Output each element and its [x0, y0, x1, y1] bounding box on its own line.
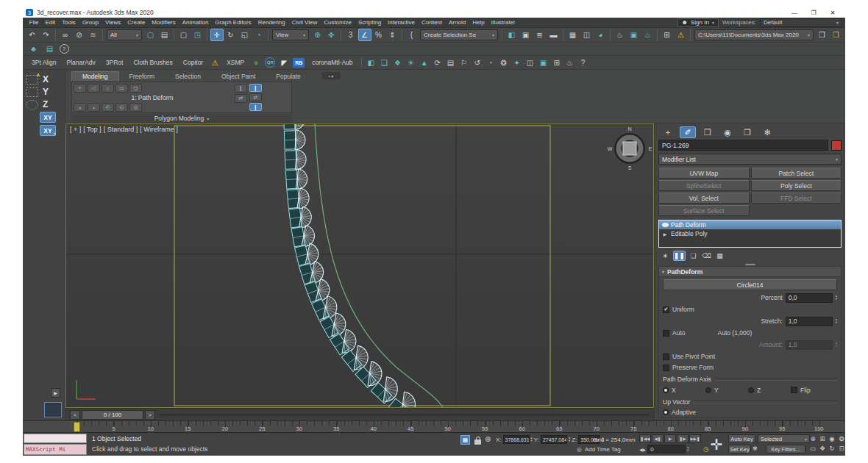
- script-button-3pt-align[interactable]: 3Pt Align: [27, 59, 61, 66]
- teapot2-icon[interactable]: ♨: [564, 57, 576, 68]
- redo-icon[interactable]: ↷: [40, 29, 53, 41]
- sign-in-button[interactable]: ☻ Sign In ▾: [677, 18, 719, 27]
- layout-thumbnail[interactable]: [44, 402, 62, 417]
- modifier-list-dropdown[interactable]: Modifier List ▾: [658, 154, 842, 165]
- close-button[interactable]: ✕: [823, 8, 842, 18]
- ribbon-tool-icon[interactable]: ❙: [235, 84, 247, 93]
- rollout-header[interactable]: ▾ PathDeform: [659, 267, 841, 277]
- x-coordinate-field[interactable]: 37868,631: [503, 435, 530, 444]
- preserve-form-checkbox[interactable]: [663, 365, 669, 371]
- axis-constraint-y[interactable]: Y: [43, 87, 49, 97]
- select-move-icon[interactable]: ✛: [210, 29, 224, 41]
- ribbon-tool-icon[interactable]: ◗: [88, 103, 100, 112]
- zoom-all-icon[interactable]: ⊞: [818, 434, 827, 443]
- spinner-arrows[interactable]: ▴▾: [836, 318, 837, 325]
- zoom-extents-icon[interactable]: ◉: [828, 434, 836, 443]
- select-object-icon[interactable]: ▢: [144, 29, 157, 41]
- make-unique-icon[interactable]: ❏: [688, 251, 699, 261]
- ref-coord-dropdown[interactable]: View▾: [272, 29, 309, 40]
- ribbon-tool-icon[interactable]: ◎: [129, 103, 142, 112]
- axis-constraint-x[interactable]: X: [43, 74, 49, 85]
- frame-display[interactable]: 0 / 100: [82, 410, 143, 420]
- ribbon-tool-icon[interactable]: ◴: [102, 103, 114, 112]
- viewport-menu-shading[interactable]: [ Wireframe ]: [140, 126, 178, 133]
- snap-grid-icon[interactable]: A: [26, 75, 38, 85]
- update-icon[interactable]: ⟳: [432, 57, 444, 68]
- compass-east[interactable]: E: [649, 146, 652, 151]
- percent-field[interactable]: 0,0: [786, 293, 833, 303]
- object-name-field[interactable]: PG-1.269: [658, 140, 828, 151]
- menu-interactive[interactable]: Interactive: [385, 19, 419, 26]
- visibility-eye-icon[interactable]: [659, 223, 671, 227]
- script-button-3prot[interactable]: 3PRot: [102, 59, 128, 66]
- ribbon-tool-icon[interactable]: ◵: [115, 103, 128, 112]
- named-selection-icon[interactable]: {: [405, 29, 419, 41]
- expand-arrow-icon[interactable]: ▶: [659, 232, 671, 237]
- axis-constraint-z[interactable]: Z: [43, 99, 48, 110]
- toggle-ribbon-icon[interactable]: ▬: [547, 29, 561, 41]
- menu-file[interactable]: File: [26, 19, 42, 26]
- use-pivot-icon[interactable]: ⊕: [311, 29, 324, 41]
- play-box-icon[interactable]: ▣: [538, 57, 549, 68]
- workspace-dropdown[interactable]: Default ▾: [760, 18, 842, 27]
- viewport-menu-pov[interactable]: [ Top ]: [83, 126, 101, 133]
- menu-tools[interactable]: Tools: [59, 19, 79, 26]
- curve-editor-icon[interactable]: ▦: [566, 29, 580, 41]
- material-editor-icon[interactable]: ◕: [594, 29, 608, 41]
- minimize-button[interactable]: —: [785, 8, 804, 18]
- current-frame-field[interactable]: 0: [647, 445, 686, 453]
- ribbon-tab-modeling[interactable]: Modeling: [71, 71, 119, 81]
- motion-tab[interactable]: ◉: [719, 126, 736, 138]
- modify-tab[interactable]: ✐: [680, 126, 696, 138]
- set-keys-button[interactable]: ✛: [707, 435, 726, 454]
- cameras-icon[interactable]: ❏: [379, 57, 391, 68]
- stack-item-editable-poly[interactable]: ▶Editable Poly: [659, 229, 841, 238]
- select-link-icon[interactable]: ∞: [59, 29, 72, 41]
- spinner-arrows[interactable]: ▴▾: [531, 437, 533, 443]
- select-manipulate-icon[interactable]: ✜: [325, 29, 338, 41]
- spinner-arrows[interactable]: ▴▾: [836, 295, 837, 301]
- ribbon-tool-icon[interactable]: ❙: [249, 84, 262, 92]
- prev-frame-icon[interactable]: ◀❚: [652, 434, 664, 443]
- add-time-tag[interactable]: ◎ Add Time Tag: [577, 446, 621, 453]
- percent-snap-icon[interactable]: %: [372, 29, 385, 41]
- zoom-region-icon[interactable]: ▭: [808, 444, 817, 453]
- menu-modifiers[interactable]: Modifiers: [149, 19, 179, 26]
- select-scale-icon[interactable]: ◱: [238, 29, 252, 41]
- menu-scripting[interactable]: Scripting: [355, 19, 384, 26]
- transform-typein-icon[interactable]: ⊕: [485, 435, 491, 443]
- open-folder-icon[interactable]: ❒: [830, 29, 843, 41]
- script-button-copitor[interactable]: Copitor: [179, 59, 207, 66]
- selection-set-dropdown[interactable]: Create Selection Se▾: [420, 29, 498, 40]
- bind-spacewarp-icon[interactable]: ≋: [87, 29, 100, 41]
- script-button-coronamtl-aub[interactable]: coronaMtl-Aub: [307, 59, 357, 66]
- menu-create[interactable]: Create: [124, 19, 149, 26]
- render-setup-icon[interactable]: ♨: [613, 29, 627, 41]
- viewport-top[interactable]: [ + ] [ Top ] [ Standard ] [ Wireframe ]: [65, 123, 654, 408]
- ribbon-tab-object-paint[interactable]: Object Paint: [211, 72, 266, 81]
- menu-civil-view[interactable]: Civil View: [288, 19, 321, 26]
- script-button-xsmp[interactable]: XSMP: [222, 59, 249, 66]
- create-tab[interactable]: +: [660, 126, 676, 138]
- menu-content[interactable]: Content: [419, 19, 446, 26]
- menu-edit[interactable]: Edit: [42, 19, 59, 26]
- layer-explorer-icon[interactable]: ≣: [533, 29, 547, 41]
- mirror-icon[interactable]: ◧: [505, 29, 519, 41]
- path-deformed-object[interactable]: [284, 124, 427, 407]
- viewport-menu-renderer[interactable]: [ Standard ]: [104, 126, 138, 133]
- uniform-checkbox[interactable]: ✔: [663, 306, 669, 313]
- angle-snap-icon[interactable]: ∠: [358, 29, 371, 41]
- go-end-icon[interactable]: ▶▶❚: [689, 434, 701, 443]
- compass-south[interactable]: S: [628, 165, 632, 171]
- menu-views[interactable]: Views: [102, 19, 124, 26]
- key-mode-dropdown[interactable]: Selected ▾: [758, 434, 810, 443]
- ribbon-tool-icon[interactable]: ▭: [115, 84, 128, 93]
- spinner-arrows[interactable]: ▴▾: [569, 437, 570, 443]
- set-key-mode-icon[interactable]: ✾: [753, 445, 758, 452]
- bell-icon[interactable]: ⚐: [458, 57, 470, 68]
- window-crossing-icon[interactable]: ◳: [191, 29, 204, 41]
- axis-constraint-xy[interactable]: XY: [40, 112, 56, 123]
- auto-key-button[interactable]: Auto Key: [728, 434, 755, 443]
- menu-group[interactable]: Group: [79, 19, 102, 26]
- view-compass[interactable]: N S W E: [608, 126, 652, 171]
